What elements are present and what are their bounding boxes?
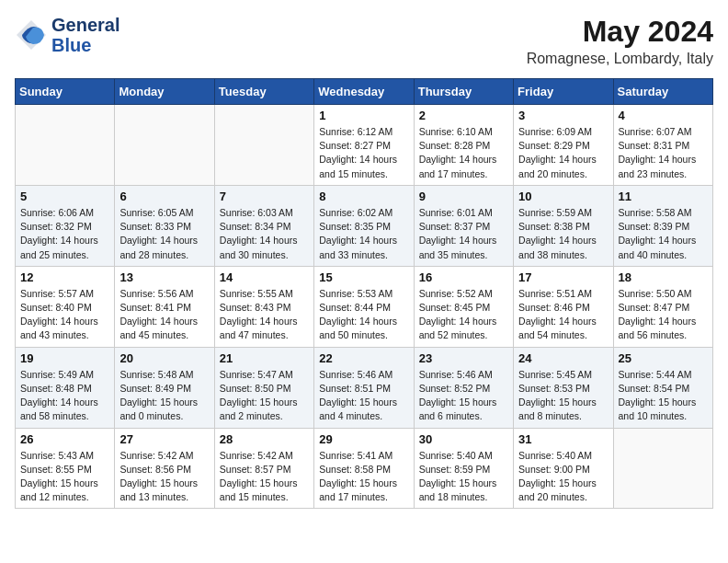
location-title: Romagnese, Lombardy, Italy xyxy=(527,51,713,67)
weekday-header-sunday: Sunday xyxy=(16,79,115,105)
day-cell-19: 19Sunrise: 5:49 AM Sunset: 8:48 PM Dayli… xyxy=(16,347,115,428)
day-number: 16 xyxy=(419,270,508,284)
day-info: Sunrise: 5:58 AM Sunset: 8:39 PM Dayligh… xyxy=(619,206,708,262)
day-number: 18 xyxy=(619,270,708,284)
day-number: 8 xyxy=(319,190,408,203)
day-number: 2 xyxy=(419,109,508,122)
week-row-3: 12Sunrise: 5:57 AM Sunset: 8:40 PM Dayli… xyxy=(16,266,713,347)
day-cell-5: 5Sunrise: 6:06 AM Sunset: 8:32 PM Daylig… xyxy=(16,185,115,266)
day-info: Sunrise: 5:57 AM Sunset: 8:40 PM Dayligh… xyxy=(20,287,109,343)
day-cell-6: 6Sunrise: 6:05 AM Sunset: 8:33 PM Daylig… xyxy=(115,185,214,266)
day-cell-30: 30Sunrise: 5:40 AM Sunset: 8:59 PM Dayli… xyxy=(414,428,513,509)
day-cell-18: 18Sunrise: 5:50 AM Sunset: 8:47 PM Dayli… xyxy=(613,266,712,347)
day-number: 27 xyxy=(119,432,209,446)
day-number: 29 xyxy=(319,432,408,446)
day-cell-13: 13Sunrise: 5:56 AM Sunset: 8:41 PM Dayli… xyxy=(115,266,214,347)
day-info: Sunrise: 5:56 AM Sunset: 8:41 PM Dayligh… xyxy=(119,287,209,343)
day-cell-31: 31Sunrise: 5:40 AM Sunset: 9:00 PM Dayli… xyxy=(514,428,613,509)
day-cell-26: 26Sunrise: 5:43 AM Sunset: 8:55 PM Dayli… xyxy=(16,428,115,509)
day-number: 20 xyxy=(119,351,209,365)
day-info: Sunrise: 5:53 AM Sunset: 8:44 PM Dayligh… xyxy=(319,287,408,343)
day-cell-2: 2Sunrise: 6:10 AM Sunset: 8:28 PM Daylig… xyxy=(414,105,513,186)
day-number: 30 xyxy=(419,432,508,446)
day-cell-10: 10Sunrise: 5:59 AM Sunset: 8:38 PM Dayli… xyxy=(514,185,613,266)
day-cell-1: 1Sunrise: 6:12 AM Sunset: 8:27 PM Daylig… xyxy=(314,105,414,186)
month-title: May 2024 xyxy=(527,15,713,49)
weekday-header-monday: Monday xyxy=(115,79,214,105)
day-cell-17: 17Sunrise: 5:51 AM Sunset: 8:46 PM Dayli… xyxy=(514,266,613,347)
day-number: 31 xyxy=(518,432,608,446)
day-number: 26 xyxy=(20,432,109,446)
empty-cell xyxy=(16,105,115,186)
weekday-header-friday: Friday xyxy=(514,79,613,105)
day-info: Sunrise: 6:03 AM Sunset: 8:34 PM Dayligh… xyxy=(220,206,309,262)
page-header: General Blue May 2024 Romagnese, Lombard… xyxy=(15,15,713,67)
day-info: Sunrise: 6:10 AM Sunset: 8:28 PM Dayligh… xyxy=(419,125,508,181)
calendar-table: SundayMondayTuesdayWednesdayThursdayFrid… xyxy=(15,78,713,509)
day-info: Sunrise: 5:46 AM Sunset: 8:52 PM Dayligh… xyxy=(419,368,508,424)
day-info: Sunrise: 5:48 AM Sunset: 8:49 PM Dayligh… xyxy=(119,368,209,424)
week-row-2: 5Sunrise: 6:06 AM Sunset: 8:32 PM Daylig… xyxy=(16,185,713,266)
weekday-header-saturday: Saturday xyxy=(613,79,712,105)
logo-icon xyxy=(15,18,48,52)
empty-cell xyxy=(613,428,712,509)
day-number: 15 xyxy=(319,270,408,284)
day-number: 3 xyxy=(518,109,608,122)
day-info: Sunrise: 6:02 AM Sunset: 8:35 PM Dayligh… xyxy=(319,206,408,262)
day-cell-15: 15Sunrise: 5:53 AM Sunset: 8:44 PM Dayli… xyxy=(314,266,414,347)
day-info: Sunrise: 5:50 AM Sunset: 8:47 PM Dayligh… xyxy=(619,287,708,343)
day-number: 7 xyxy=(220,190,309,203)
day-cell-29: 29Sunrise: 5:41 AM Sunset: 8:58 PM Dayli… xyxy=(314,428,414,509)
day-info: Sunrise: 5:49 AM Sunset: 8:48 PM Dayligh… xyxy=(20,368,109,424)
day-cell-20: 20Sunrise: 5:48 AM Sunset: 8:49 PM Dayli… xyxy=(115,347,214,428)
weekday-header-thursday: Thursday xyxy=(414,79,513,105)
day-info: Sunrise: 5:52 AM Sunset: 8:45 PM Dayligh… xyxy=(419,287,508,343)
day-cell-24: 24Sunrise: 5:45 AM Sunset: 8:53 PM Dayli… xyxy=(514,347,613,428)
weekday-header-tuesday: Tuesday xyxy=(214,79,313,105)
weekday-header-row: SundayMondayTuesdayWednesdayThursdayFrid… xyxy=(16,79,713,105)
day-info: Sunrise: 5:46 AM Sunset: 8:51 PM Dayligh… xyxy=(319,368,408,424)
week-row-5: 26Sunrise: 5:43 AM Sunset: 8:55 PM Dayli… xyxy=(16,428,713,509)
logo-blue: Blue xyxy=(51,35,119,55)
day-number: 1 xyxy=(319,109,408,122)
day-cell-25: 25Sunrise: 5:44 AM Sunset: 8:54 PM Dayli… xyxy=(613,347,712,428)
day-cell-12: 12Sunrise: 5:57 AM Sunset: 8:40 PM Dayli… xyxy=(16,266,115,347)
day-cell-21: 21Sunrise: 5:47 AM Sunset: 8:50 PM Dayli… xyxy=(214,347,313,428)
day-info: Sunrise: 5:45 AM Sunset: 8:53 PM Dayligh… xyxy=(518,368,608,424)
day-number: 28 xyxy=(220,432,309,446)
day-cell-23: 23Sunrise: 5:46 AM Sunset: 8:52 PM Dayli… xyxy=(414,347,513,428)
day-info: Sunrise: 5:55 AM Sunset: 8:43 PM Dayligh… xyxy=(220,287,309,343)
day-number: 11 xyxy=(619,190,708,203)
day-cell-8: 8Sunrise: 6:02 AM Sunset: 8:35 PM Daylig… xyxy=(314,185,414,266)
day-cell-7: 7Sunrise: 6:03 AM Sunset: 8:34 PM Daylig… xyxy=(214,185,313,266)
day-number: 13 xyxy=(119,270,209,284)
day-info: Sunrise: 5:59 AM Sunset: 8:38 PM Dayligh… xyxy=(518,206,608,262)
day-info: Sunrise: 5:41 AM Sunset: 8:58 PM Dayligh… xyxy=(319,449,408,505)
week-row-4: 19Sunrise: 5:49 AM Sunset: 8:48 PM Dayli… xyxy=(16,347,713,428)
day-info: Sunrise: 5:40 AM Sunset: 8:59 PM Dayligh… xyxy=(419,449,508,505)
day-number: 4 xyxy=(619,109,708,122)
day-info: Sunrise: 5:43 AM Sunset: 8:55 PM Dayligh… xyxy=(20,449,109,505)
logo: General Blue xyxy=(15,15,119,55)
day-cell-11: 11Sunrise: 5:58 AM Sunset: 8:39 PM Dayli… xyxy=(613,185,712,266)
day-info: Sunrise: 5:42 AM Sunset: 8:57 PM Dayligh… xyxy=(220,449,309,505)
day-cell-4: 4Sunrise: 6:07 AM Sunset: 8:31 PM Daylig… xyxy=(613,105,712,186)
title-area: May 2024 Romagnese, Lombardy, Italy xyxy=(527,15,713,67)
day-info: Sunrise: 6:05 AM Sunset: 8:33 PM Dayligh… xyxy=(119,206,209,262)
day-info: Sunrise: 6:06 AM Sunset: 8:32 PM Dayligh… xyxy=(20,206,109,262)
day-number: 17 xyxy=(518,270,608,284)
day-number: 22 xyxy=(319,351,408,365)
logo-general: General xyxy=(51,15,119,35)
day-number: 23 xyxy=(419,351,508,365)
day-number: 21 xyxy=(220,351,309,365)
day-cell-14: 14Sunrise: 5:55 AM Sunset: 8:43 PM Dayli… xyxy=(214,266,313,347)
day-number: 9 xyxy=(419,190,508,203)
day-info: Sunrise: 5:44 AM Sunset: 8:54 PM Dayligh… xyxy=(619,368,708,424)
day-number: 24 xyxy=(518,351,608,365)
day-number: 6 xyxy=(119,190,209,203)
day-info: Sunrise: 6:01 AM Sunset: 8:37 PM Dayligh… xyxy=(419,206,508,262)
day-cell-16: 16Sunrise: 5:52 AM Sunset: 8:45 PM Dayli… xyxy=(414,266,513,347)
day-number: 5 xyxy=(20,190,109,203)
day-cell-3: 3Sunrise: 6:09 AM Sunset: 8:29 PM Daylig… xyxy=(514,105,613,186)
day-number: 19 xyxy=(20,351,109,365)
